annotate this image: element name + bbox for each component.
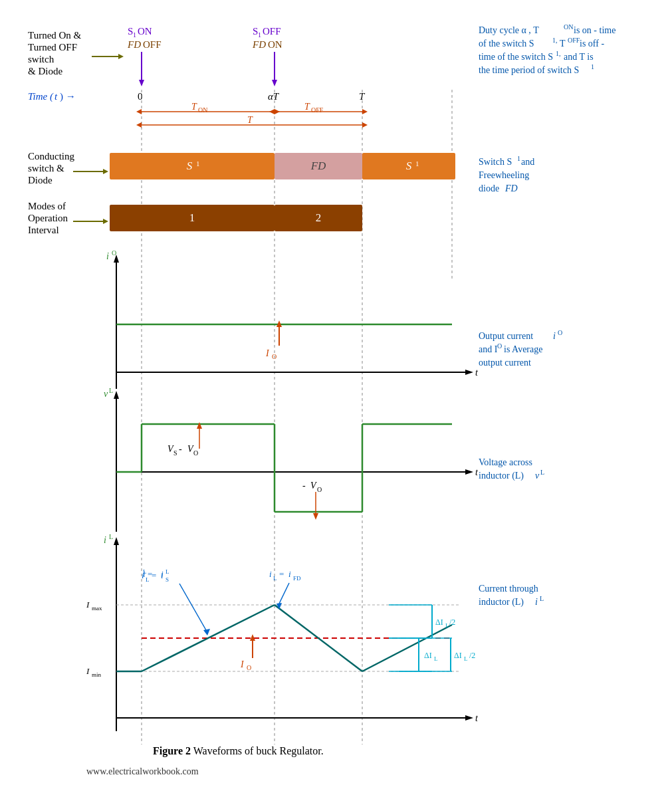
ton-label: T [191, 102, 197, 112]
s1-sub: 1 [133, 31, 136, 39]
note-inductor-L: inductor (L) [479, 471, 524, 481]
il-sub-L: L [146, 576, 150, 583]
vl-ylabel: v [104, 389, 108, 399]
note-switch-s1: Switch S [479, 157, 512, 167]
delta-il-L-sub: L [434, 655, 438, 662]
imax-label: I [86, 600, 90, 610]
imax-sub: max [92, 605, 102, 612]
s1-sub-2: 1 [258, 31, 261, 39]
note-is-avg: is Average [504, 344, 542, 354]
note-toff-text: T [560, 39, 566, 49]
imin-sub: min [92, 671, 102, 678]
il-ifd-eq: = [279, 569, 284, 579]
fd-off-label: FD [127, 39, 141, 50]
note-output-current2: output current [479, 358, 531, 368]
ton-sub: ON [198, 106, 207, 114]
vo-sub: O [193, 449, 198, 457]
label-operation: Operation [28, 213, 68, 223]
note-inductor-L2: inductor (L) [479, 597, 524, 608]
main-diagram: Turned On & Turned OFF switch & Diode S … [20, 13, 672, 784]
vo-neg-label: - [302, 481, 306, 491]
note-and: and [521, 157, 534, 167]
delta-half-1: /2 [449, 618, 455, 627]
io-il-sub: O [247, 664, 251, 671]
delta-half-2: /2 [469, 651, 475, 660]
io-o-sub: O [112, 249, 116, 257]
il-is-full: i [142, 570, 144, 580]
note-and-T: and T is [564, 52, 594, 62]
mode2-text: 2 [316, 211, 322, 224]
is-sub: S [166, 576, 169, 583]
note-period: the time period of switch S [479, 65, 579, 75]
note-on-text: is on - time [574, 25, 616, 35]
note-o-sub: O [558, 329, 562, 336]
note-freewheeling: Freewheeling [479, 170, 529, 180]
il-eq2: = [152, 570, 156, 580]
note-L-sub: L [540, 469, 544, 476]
note-diode-fd: diode [479, 183, 499, 193]
vl-L-sub: L [109, 387, 113, 394]
note-s1-sub2: 1, [556, 50, 561, 57]
delta-L-sub-1: L [445, 622, 449, 629]
off-label-2: OFF [263, 26, 281, 37]
s1-sub-bar: 1 [196, 160, 200, 168]
delta-L-sub-2: L [464, 655, 468, 662]
on-label: ON [138, 26, 152, 37]
note-vL: v [535, 471, 540, 481]
label-turned-off: Turned OFF [28, 42, 77, 53]
arrow-right-label: ) → [60, 91, 76, 102]
note-on-sub: ON [564, 23, 573, 31]
ifd-sub: FD [293, 575, 301, 582]
label-turned-on: Turned On & [28, 30, 82, 41]
note-voltage: Voltage across [479, 457, 532, 467]
note-is-text: is off - [580, 39, 604, 49]
main-page: { "title": "Waveforms of buck Regulator"… [0, 0, 672, 793]
time-label: Time ( [28, 91, 54, 102]
vs-minus: - [179, 444, 182, 454]
ifd-label: i [288, 569, 291, 579]
delta-il-label: ΔI [424, 651, 432, 660]
fd-text: FD [310, 160, 326, 172]
note-io-italic: i [553, 331, 556, 341]
note-off-sub: OFF [568, 37, 580, 44]
T-label: T [247, 115, 253, 125]
label-switch-diode: switch & [28, 163, 64, 173]
note-s1-sub: 1, [552, 37, 558, 44]
il-ifd-L-sub: L [273, 575, 277, 582]
note-io-sub: O [497, 342, 502, 350]
toff-sub: OFF [311, 106, 324, 114]
note-current-through: Current through [479, 584, 538, 594]
on-label-2: ON [268, 39, 282, 50]
label-diode: & Diode [28, 66, 62, 76]
website-label: www.electricalworkbook.com [86, 766, 199, 776]
note-and-io: and I [479, 344, 498, 354]
figure-caption: Figure 2 Waveforms of buck Regulator. [153, 745, 324, 757]
toff-label: T [304, 102, 310, 112]
fd-on-label: FD [252, 39, 266, 50]
vs-sub: S [173, 449, 177, 457]
time-alphaT: αT [268, 91, 280, 102]
vo-neg-sub: O [317, 486, 322, 493]
il-ylabel: i [104, 535, 106, 545]
il-ifd-full: i [269, 569, 272, 579]
s1-sub-bar2: 1 [415, 160, 419, 168]
delta-bot-label: ΔI [454, 651, 462, 660]
label-interval: Interval [28, 225, 59, 235]
note-iL: i [535, 597, 538, 607]
il-is-sub: L [166, 568, 169, 575]
label-modes: Modes of [28, 201, 66, 211]
mode1-text: 1 [189, 211, 195, 224]
delta-top-label: ΔI [435, 618, 443, 627]
note-L-sub2: L [540, 595, 544, 602]
note-time-switch: time of the switch S [479, 52, 553, 62]
note-s1-sub3: 1 [591, 63, 594, 70]
off-label: OFF [143, 39, 162, 50]
label-diode2: Diode [28, 175, 53, 185]
imin-label: I [86, 666, 90, 676]
io-ylabel: i [106, 251, 109, 261]
label-conducting: Conducting [28, 151, 74, 162]
note-duty: Duty cycle α , T [479, 25, 539, 35]
is-label: i [161, 570, 164, 580]
note-switch-text: of the switch S [479, 39, 534, 49]
note-s1-sub4: 1 [517, 155, 520, 162]
